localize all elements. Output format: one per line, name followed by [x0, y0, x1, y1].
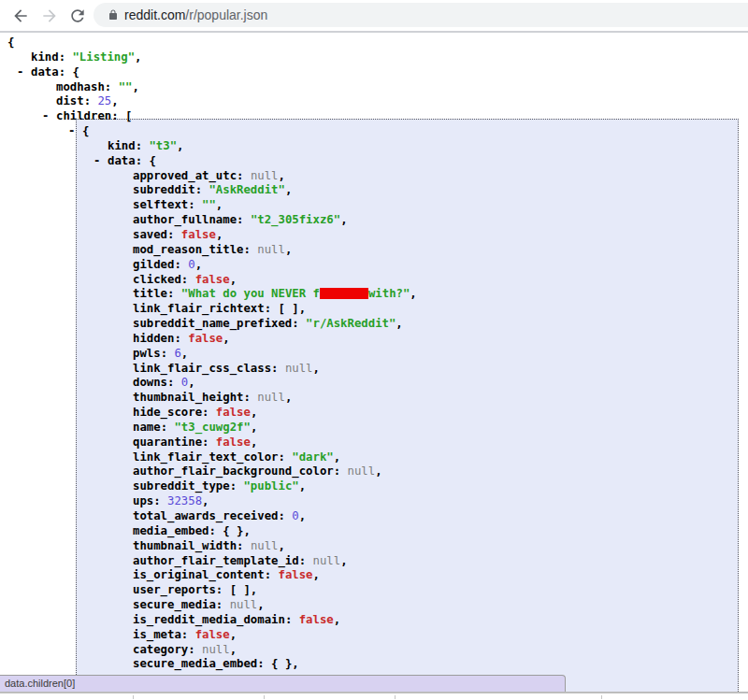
json-token-s: "r/AskReddit" [306, 317, 396, 330]
json-line: link_flair_richtext: [ ], [0, 302, 748, 317]
json-line: link_flair_css_class: null, [0, 362, 748, 377]
json-token-p: , [188, 376, 194, 389]
url-path: /r/popular.json [185, 7, 267, 22]
json-token-b: false [188, 332, 223, 345]
json-line: secure_media: null, [0, 598, 748, 613]
json-token-p: , [299, 509, 306, 522]
json-token-k: hidden [133, 332, 174, 345]
redaction-bar [320, 288, 368, 299]
json-line: user_reports: [ ], [0, 583, 748, 598]
collapse-toggle-icon[interactable]: - [94, 154, 100, 169]
json-token-k: mod_reason_title [133, 243, 243, 256]
json-token-p: : [153, 494, 167, 507]
json-token-k: subreddit_type [133, 479, 230, 493]
json-token-p: : [181, 273, 195, 286]
bottom-tick [601, 695, 602, 699]
json-token-p: : [84, 94, 98, 107]
json-line: subreddit_name_prefixed: "r/AskReddit", [0, 317, 748, 332]
json-token-k: subreddit [133, 183, 195, 196]
json-line: kind: "Listing", [0, 50, 748, 65]
json-line: hide_score: false, [0, 406, 748, 421]
json-token-p: : [292, 317, 306, 330]
json-token-p: : [271, 362, 285, 375]
json-token-k: secure_media_embed [133, 657, 257, 670]
json-token-b: false [278, 568, 312, 581]
json-token-b: false [195, 273, 230, 286]
json-token-p: : [299, 554, 313, 567]
collapse-toggle-icon[interactable]: - [17, 65, 23, 80]
json-line: name: "t3_cuwg2f", [0, 421, 748, 436]
json-path-text: data.children[0] [5, 678, 75, 689]
json-token-p: : [237, 169, 251, 182]
json-line: thumbnail_height: null, [0, 391, 748, 406]
json-token-k: children [56, 109, 111, 122]
json-token-p: , [279, 539, 285, 552]
json-token-k: thumbnail_height [133, 391, 243, 404]
omnibox[interactable]: reddit.com/r/popular.json [94, 3, 748, 27]
json-token-s: "public" [243, 479, 298, 493]
json-token-s: "t3" [149, 139, 177, 152]
json-token-p: { [7, 36, 14, 49]
json-token-p: , [340, 554, 347, 567]
json-line: total_awards_received: 0, [0, 509, 748, 524]
json-token-p: : [161, 347, 175, 360]
bottom-tick [264, 695, 265, 699]
json-token-k: thumbnail_width [133, 539, 237, 552]
json-token-k: saved [133, 228, 167, 241]
json-line: category: null, [0, 643, 748, 658]
forward-button[interactable] [40, 7, 59, 25]
json-token-p: , [111, 94, 118, 107]
json-token-u: null [251, 169, 279, 182]
json-token-p: , [230, 643, 237, 656]
json-line: downs: 0, [0, 376, 748, 391]
json-token-p: , [251, 436, 257, 449]
json-line: saved: false, [0, 228, 748, 243]
json-token-p: : [278, 509, 292, 522]
json-token-b: false [216, 436, 251, 449]
json-token-u: null [202, 643, 230, 656]
collapse-toggle-icon[interactable]: - [42, 109, 49, 124]
collapse-toggle-icon[interactable]: - [68, 124, 75, 139]
json-token-s: "dark" [292, 450, 333, 464]
json-line: ups: 32358, [0, 494, 748, 509]
json-line: -data: { [0, 154, 748, 169]
json-line: modhash: "", [0, 80, 748, 95]
json-token-p: , [375, 464, 381, 478]
json-token-p: : [202, 436, 216, 449]
json-line: author_flair_background_color: null, [0, 464, 748, 479]
json-token-p: : { }, [257, 657, 298, 670]
json-line: mod_reason_title: null, [0, 243, 748, 258]
json-token-k: clicked [133, 273, 181, 286]
json-token-p: , [285, 183, 292, 196]
json-token-k: ups [133, 494, 153, 507]
json-token-k: data [108, 154, 136, 167]
json-token-p: : [243, 243, 257, 256]
json-line: -{ [0, 124, 748, 139]
json-token-p: , [313, 362, 320, 375]
json-line: clicked: false, [0, 273, 748, 288]
json-token-s: "Listing" [72, 50, 135, 64]
json-token-k: is_meta [133, 628, 181, 641]
json-token-k: pwls [133, 347, 161, 360]
json-token-k: gilded [133, 258, 174, 271]
reload-button[interactable] [68, 7, 87, 25]
json-token-p: : [167, 376, 181, 389]
json-token-k: dist [56, 94, 84, 107]
json-token-k: downs [133, 376, 167, 389]
json-token-k: is_original_content [133, 568, 265, 581]
json-token-b: false [299, 613, 334, 626]
bottom-tick [133, 695, 134, 699]
json-token-k: link_flair_richtext [133, 302, 265, 315]
json-token-n: 0 [292, 509, 298, 522]
lock-icon[interactable] [108, 9, 119, 21]
json-token-u: null [285, 362, 313, 375]
json-token-s: "t3_cuwg2f" [174, 421, 250, 434]
json-token-p: : [230, 479, 244, 493]
json-token-p: , [279, 169, 285, 182]
json-token-k: user_reports [133, 583, 216, 596]
back-button[interactable] [11, 7, 30, 25]
json-token-p: , [257, 598, 264, 611]
json-token-u: null [257, 391, 285, 404]
json-token-p: , [410, 287, 416, 300]
json-token-n: 32358 [167, 494, 202, 507]
